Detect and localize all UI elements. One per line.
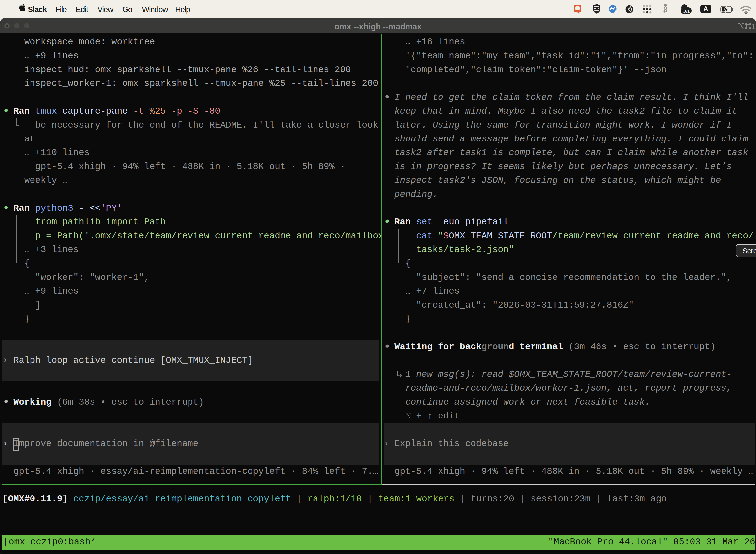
svg-text:..61: ..61 — [683, 9, 690, 14]
